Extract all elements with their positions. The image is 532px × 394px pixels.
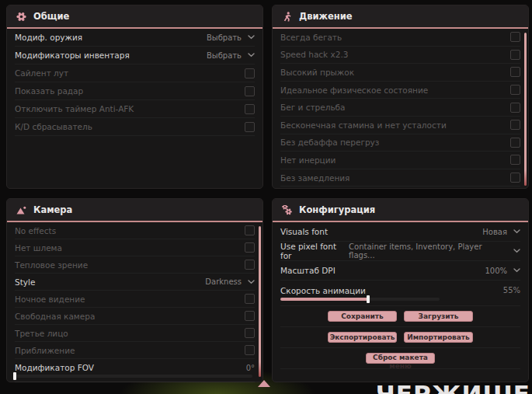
row-label: Скорость анимации: [280, 286, 366, 295]
slider-value: 55%: [503, 286, 520, 295]
chevron-down-icon: [248, 280, 255, 284]
load-button[interactable]: Загрузить: [404, 311, 473, 322]
slider[interactable]: [15, 375, 252, 378]
panel-title: Камера: [33, 204, 72, 215]
row-label: Третье лицо: [15, 329, 68, 338]
row-checkbox: Приближение: [15, 342, 255, 359]
slider[interactable]: [280, 298, 440, 301]
checkbox[interactable]: [245, 68, 255, 78]
row-checkbox: Третье лицо: [15, 325, 255, 342]
import-button[interactable]: Импортировать: [404, 332, 473, 343]
chevron-down-icon: [513, 229, 520, 234]
row-dropdown: StyleDarkness: [15, 274, 255, 291]
dropdown-value: Выбрать: [207, 33, 242, 42]
checkbox[interactable]: [510, 32, 520, 42]
panel-camera-rows: No effectsНет шлемаТепловое зрениеStyleD…: [7, 222, 263, 382]
row-label: Style: [15, 277, 35, 287]
button-row: Сброс макета меню: [280, 348, 520, 369]
row-label: Модификаторы инвентаря: [15, 51, 130, 60]
dropdown[interactable]: Выбрать: [207, 51, 255, 60]
panel-title: Общие: [33, 11, 69, 22]
checkbox[interactable]: [510, 173, 520, 183]
runner-icon: [282, 12, 292, 22]
image-icon: [16, 205, 26, 215]
reset-menu-layout-button[interactable]: Сброс макета меню: [366, 353, 435, 364]
row-checkbox: Нет инерции: [280, 152, 520, 169]
chevron-down-icon: [248, 53, 255, 58]
row-checkbox: Сайлент лут: [15, 65, 255, 82]
dropdown[interactable]: Darkness: [205, 277, 255, 286]
dropdown[interactable]: Выбрать: [207, 33, 255, 42]
dropdown-value: Container items, Inventory, Player flags…: [349, 242, 507, 260]
export-button[interactable]: Экспортировать: [328, 332, 397, 343]
row-checkbox: Тепловое зрение: [15, 256, 255, 274]
row-label: Тепловое зрение: [15, 260, 88, 270]
row-label: Бесконечная стамина и нет усталости: [280, 120, 447, 130]
checkbox[interactable]: [245, 225, 255, 235]
row-label: Высокий прыжок: [280, 68, 354, 77]
row-label: Модиф. оружия: [15, 33, 82, 42]
panel-general-rows: Модиф. оружияВыбратьМодификаторы инвента…: [7, 29, 263, 136]
slider-value: 0°: [246, 364, 255, 372]
row-label: Ночное видение: [15, 295, 85, 304]
dropdown-value: Выбрать: [207, 51, 242, 60]
checkbox[interactable]: [510, 155, 520, 165]
checkbox[interactable]: [510, 103, 520, 113]
slider-handle[interactable]: [13, 372, 16, 380]
scrollbar[interactable]: [259, 226, 261, 377]
checkbox[interactable]: [510, 120, 520, 130]
row-dropdown: Масштаб DPI100%: [280, 261, 520, 281]
checkbox[interactable]: [245, 260, 255, 270]
checkbox[interactable]: [245, 122, 255, 132]
row-label: Visuals font: [280, 227, 328, 236]
checkbox[interactable]: [510, 67, 520, 77]
checkbox[interactable]: [510, 50, 520, 60]
panel-configuration-buttons: СохранитьЗагрузитьЭкспортироватьИмпортир…: [273, 306, 528, 369]
panel-title: Движение: [299, 11, 353, 22]
dropdown[interactable]: Новая: [482, 228, 520, 236]
save-button[interactable]: Сохранить: [328, 311, 397, 322]
row-label: Бег и стрельба: [280, 103, 346, 112]
row-checkbox: No effects: [15, 222, 255, 239]
checkbox[interactable]: [245, 294, 255, 304]
panel-camera-header[interactable]: Камера: [7, 199, 263, 222]
dropdown-value: Darkness: [205, 277, 242, 286]
scrollbar[interactable]: [524, 33, 527, 186]
row-checkbox: Высокий прыжок: [280, 64, 520, 82]
gear-icon: [16, 12, 26, 22]
row-label: Нет шлема: [15, 243, 62, 253]
row-label: Сайлент лут: [15, 68, 68, 78]
row-label: Без замедления: [280, 173, 349, 183]
row-checkbox: Свободная камера: [15, 308, 255, 325]
row-slider: Скорость анимации55%: [280, 281, 520, 306]
dropdown-value: 100%: [485, 267, 507, 275]
dropdown[interactable]: 100%: [485, 267, 520, 275]
panel-general: Общие Модиф. оружияВыбратьМодификаторы и…: [6, 5, 263, 189]
row-label: Speed hack x2.3: [280, 50, 348, 59]
dropdown[interactable]: Container items, Inventory, Player flags…: [349, 242, 520, 260]
panel-general-header[interactable]: Общие: [7, 5, 263, 29]
checkbox[interactable]: [245, 104, 255, 114]
panel-configuration-header[interactable]: Конфигурация: [273, 199, 528, 222]
row-checkbox: Speed hack x2.3: [280, 47, 520, 65]
row-label: Use pixel font for: [280, 242, 349, 260]
checkbox[interactable]: [510, 138, 520, 148]
checkbox[interactable]: [245, 86, 255, 96]
row-checkbox: Ночное видение: [15, 291, 255, 308]
checkbox[interactable]: [245, 345, 255, 355]
row-label: Идеальное физическое состояние: [280, 85, 428, 95]
button-row: СохранитьЗагрузить: [280, 306, 520, 327]
slider-handle[interactable]: [367, 295, 370, 303]
row-label: Модификатор FOV: [15, 363, 94, 372]
row-checkbox: Без замедления: [280, 169, 520, 187]
panel-configuration: Конфигурация Visuals fontНоваяUse pixel …: [272, 198, 529, 382]
row-dropdown: Модиф. оружияВыбрать: [15, 29, 255, 47]
checkbox[interactable]: [510, 85, 520, 95]
panel-movement-header[interactable]: Движение: [273, 5, 528, 29]
checkbox[interactable]: [245, 311, 255, 321]
panel-camera: Камера No effectsНет шлемаТепловое зрени…: [6, 198, 263, 382]
row-label: Показать радар: [15, 86, 83, 96]
checkbox[interactable]: [245, 328, 255, 338]
checkbox[interactable]: [245, 242, 255, 253]
row-label: Без дебаффа перегруз: [280, 138, 379, 147]
